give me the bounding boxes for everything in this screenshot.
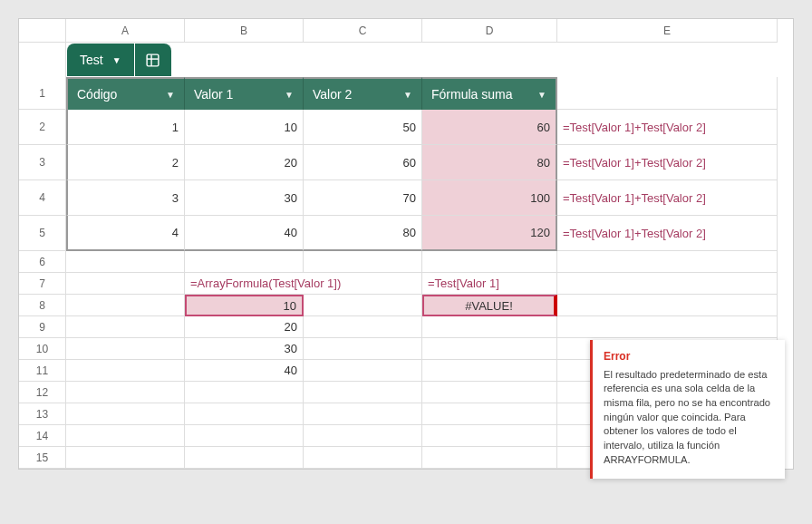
cell-b5[interactable]: 40: [185, 216, 304, 251]
chevron-down-icon[interactable]: ▼: [537, 90, 546, 100]
cell-a11[interactable]: [66, 360, 185, 382]
cell-a7[interactable]: [66, 273, 185, 295]
cell-b15[interactable]: [185, 447, 304, 469]
row-header-15[interactable]: 15: [19, 447, 66, 469]
cell-d6[interactable]: [422, 251, 557, 273]
row-header-11[interactable]: 11: [19, 360, 66, 382]
cell-c5[interactable]: 80: [304, 216, 422, 251]
cell-e4[interactable]: =Test[Valor 1]+Test[Valor 2]: [557, 180, 778, 216]
col-header-d[interactable]: D: [422, 19, 557, 43]
cell-d7[interactable]: =Test[Valor 1]: [422, 273, 557, 295]
col-header-a[interactable]: A: [66, 19, 185, 43]
cell-a14[interactable]: [66, 425, 185, 447]
table-tab-wrap: Test ▼: [67, 44, 171, 76]
row-header-12[interactable]: 12: [19, 382, 66, 403]
cell-e7[interactable]: [557, 273, 778, 295]
cell-b3[interactable]: 20: [185, 145, 304, 180]
chevron-down-icon[interactable]: ▼: [403, 90, 412, 100]
col-header-c[interactable]: C: [304, 19, 422, 43]
table-tab[interactable]: Test ▼: [67, 44, 134, 76]
cell-a9[interactable]: [66, 316, 185, 338]
row-header-10[interactable]: 10: [19, 338, 66, 360]
col-header-e[interactable]: E: [557, 19, 778, 43]
cell-e1[interactable]: [557, 77, 778, 110]
row-header-4[interactable]: 4: [19, 180, 66, 216]
cell-a15[interactable]: [66, 447, 185, 469]
cell-c15[interactable]: [304, 447, 422, 469]
row-header-5[interactable]: 5: [19, 216, 66, 251]
cell-e5[interactable]: =Test[Valor 1]+Test[Valor 2]: [557, 216, 778, 251]
cell-b10[interactable]: 30: [185, 338, 304, 360]
cell-b4[interactable]: 30: [185, 180, 304, 216]
cell-e3[interactable]: =Test[Valor 1]+Test[Valor 2]: [557, 145, 778, 180]
header-label: Valor 1: [194, 87, 233, 102]
cell-c8[interactable]: [304, 295, 422, 316]
cell-c2[interactable]: 50: [304, 110, 422, 145]
cell-a3[interactable]: 2: [66, 145, 185, 180]
cell-e6[interactable]: [557, 251, 778, 273]
cell-a4[interactable]: 3: [66, 180, 185, 216]
corner-cell[interactable]: [19, 19, 66, 43]
cell-c10[interactable]: [304, 338, 422, 360]
row-header-14[interactable]: 14: [19, 425, 66, 447]
row-header-9[interactable]: 9: [19, 316, 66, 338]
tab-area: [66, 43, 778, 77]
cell-d10[interactable]: [422, 338, 557, 360]
cell-d12[interactable]: [422, 382, 557, 403]
cell-b14[interactable]: [185, 425, 304, 447]
chevron-down-icon[interactable]: ▼: [166, 90, 175, 100]
cell-e2[interactable]: =Test[Valor 1]+Test[Valor 2]: [557, 110, 778, 145]
cell-b11[interactable]: 40: [185, 360, 304, 382]
cell-c13[interactable]: [304, 403, 422, 425]
cell-d9[interactable]: [422, 316, 557, 338]
cell-b13[interactable]: [185, 403, 304, 425]
table-header-formula[interactable]: Fórmula suma ▼: [422, 77, 557, 110]
cell-c3[interactable]: 60: [304, 145, 422, 180]
cell-d3[interactable]: 80: [422, 145, 557, 180]
col-header-b[interactable]: B: [185, 19, 304, 43]
cell-a12[interactable]: [66, 382, 185, 403]
cell-d14[interactable]: [422, 425, 557, 447]
table-tools-button[interactable]: [135, 44, 171, 76]
table-header-valor2[interactable]: Valor 2 ▼: [304, 77, 422, 110]
cell-d2[interactable]: 60: [422, 110, 557, 145]
cell-a10[interactable]: [66, 338, 185, 360]
cell-e9[interactable]: [557, 316, 778, 338]
cell-a6[interactable]: [66, 251, 185, 273]
cell-d15[interactable]: [422, 447, 557, 469]
cell-a5[interactable]: 4: [66, 216, 185, 251]
chevron-down-icon[interactable]: ▼: [285, 90, 294, 100]
row-header-6[interactable]: 6: [19, 251, 66, 273]
cell-c6[interactable]: [304, 251, 422, 273]
cell-c12[interactable]: [304, 382, 422, 403]
row-header-3[interactable]: 3: [19, 145, 66, 180]
cell-b12[interactable]: [185, 382, 304, 403]
row-header-1[interactable]: 1: [19, 77, 66, 110]
cell-c11[interactable]: [304, 360, 422, 382]
cell-b9[interactable]: 20: [185, 316, 304, 338]
cell-b2[interactable]: 10: [185, 110, 304, 145]
cell-d13[interactable]: [422, 403, 557, 425]
cell-b8[interactable]: 10: [185, 295, 304, 316]
cell-d4[interactable]: 100: [422, 180, 557, 216]
row-header-13[interactable]: 13: [19, 403, 66, 425]
cell-d8[interactable]: #VALUE!: [422, 295, 557, 316]
cell-d11[interactable]: [422, 360, 557, 382]
cell-c9[interactable]: [304, 316, 422, 338]
cell-a2[interactable]: 1: [66, 110, 185, 145]
cell-e8[interactable]: [557, 295, 778, 316]
chevron-down-icon[interactable]: ▼: [112, 55, 121, 65]
cell-a8[interactable]: [66, 295, 185, 316]
row-header-8[interactable]: 8: [19, 295, 66, 316]
table-header-valor1[interactable]: Valor 1 ▼: [185, 77, 304, 110]
row-header-7[interactable]: 7: [19, 273, 66, 295]
cell-b7[interactable]: =ArrayFormula(Test[Valor 1]): [185, 273, 304, 295]
table-header-codigo[interactable]: Código ▼: [66, 77, 185, 110]
cell-c14[interactable]: [304, 425, 422, 447]
cell-c4[interactable]: 70: [304, 180, 422, 216]
cell-b6[interactable]: [185, 251, 304, 273]
cell-d5[interactable]: 120: [422, 216, 557, 251]
spreadsheet: A B C D E 1 Código ▼ Valor 1 ▼ Valor 2 ▼…: [18, 18, 794, 470]
row-header-2[interactable]: 2: [19, 110, 66, 145]
cell-a13[interactable]: [66, 403, 185, 425]
